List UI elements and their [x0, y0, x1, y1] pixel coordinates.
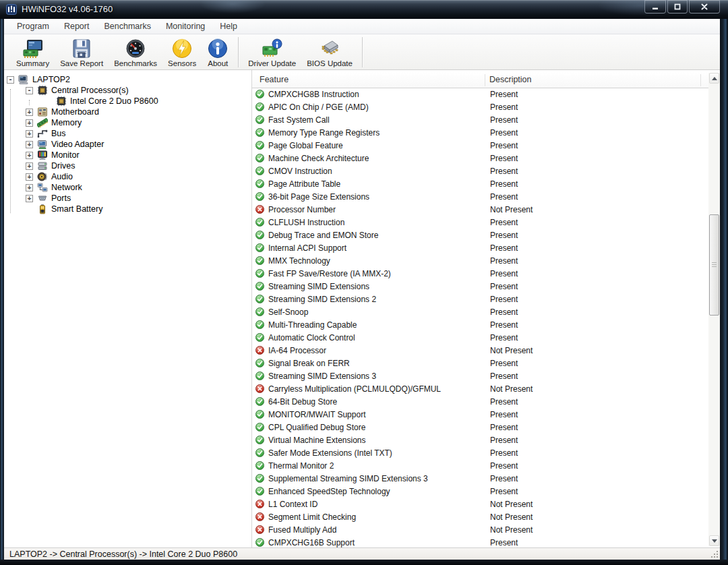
- minimize-button[interactable]: [644, 0, 666, 13]
- tree-item[interactable]: Smart Battery: [4, 204, 251, 214]
- tree-expander-icon[interactable]: [26, 162, 33, 170]
- feature-cell: Page Global Feature: [268, 141, 490, 150]
- table-row[interactable]: Safer Mode Extensions (Intel TXT) Presen…: [252, 446, 708, 459]
- scroll-down-button[interactable]: [709, 535, 719, 546]
- table-row[interactable]: Automatic Clock Control Present: [252, 331, 708, 344]
- description-cell: Not Present: [490, 512, 533, 522]
- tree-expander-icon[interactable]: [7, 76, 14, 84]
- table-row[interactable]: Enhanced SpeedStep Technology Present: [252, 485, 708, 498]
- scrollbar-thumb[interactable]: [709, 214, 719, 316]
- toolbar-button-bios-update[interactable]: BIOS Update: [303, 34, 357, 69]
- table-row[interactable]: CPL Qualified Debug Store Present: [252, 421, 708, 434]
- table-row[interactable]: Fast FP Save/Restore (IA MMX-2) Present: [252, 267, 708, 280]
- table-row[interactable]: Virtual Machine Extensions Present: [252, 434, 708, 446]
- toolbar-button-summary[interactable]: Summary: [12, 34, 53, 69]
- tree-item[interactable]: Monitor: [4, 150, 251, 160]
- table-row[interactable]: APIC On Chip / PGE (AMD) Present: [252, 100, 708, 113]
- table-row[interactable]: IA-64 Processor Not Present: [252, 344, 708, 357]
- toolbar-button-driver-update[interactable]: Driver Update: [244, 34, 300, 69]
- tree-item[interactable]: Motherboard: [4, 107, 251, 117]
- check-icon: [255, 179, 264, 188]
- column-divider[interactable]: [700, 74, 701, 86]
- table-row[interactable]: Processor Number Not Present: [252, 203, 708, 216]
- tree-item-label: Bus: [51, 129, 66, 138]
- tree-item[interactable]: Bus: [4, 128, 251, 139]
- table-row[interactable]: Debug Trace and EMON Store Present: [252, 229, 708, 241]
- tree-item-label: Ports: [51, 194, 71, 203]
- description-cell: Present: [490, 359, 518, 368]
- table-row[interactable]: CMOV Instruction Present: [252, 165, 708, 177]
- table-row[interactable]: Machine Check Architecture Present: [252, 152, 708, 165]
- table-row[interactable]: Memory Type Range Registers Present: [252, 126, 708, 139]
- table-row[interactable]: Page Global Feature Present: [252, 139, 708, 152]
- table-row[interactable]: Signal Break on FERR Present: [252, 357, 708, 369]
- tree-expander-icon[interactable]: [26, 184, 33, 191]
- table-row[interactable]: Fused Multiply Add Not Present: [252, 523, 708, 536]
- tree-item[interactable]: Central Processor(s): [4, 85, 251, 96]
- tree-expander-icon[interactable]: [26, 173, 33, 181]
- close-button[interactable]: [689, 0, 720, 13]
- feature-cell: 64-Bit Debug Store: [268, 397, 490, 407]
- scroll-up-button[interactable]: [709, 73, 719, 84]
- column-divider[interactable]: [485, 74, 485, 86]
- table-row[interactable]: MMX Technology Present: [252, 254, 708, 267]
- table-row[interactable]: Supplemental Streaming SIMD Extensions 3…: [252, 472, 708, 485]
- tree-item[interactable]: Audio: [4, 171, 251, 182]
- tree-expander-icon[interactable]: [26, 109, 33, 116]
- maximize-button[interactable]: [667, 0, 688, 13]
- tree-item[interactable]: Intel Core 2 Duo P8600: [4, 96, 251, 107]
- tree-expander-icon[interactable]: [26, 130, 33, 138]
- table-row[interactable]: Multi-Threading Capable Present: [252, 318, 708, 331]
- video-adapter-icon: [37, 139, 48, 150]
- tree-item[interactable]: Network: [4, 182, 251, 193]
- menu-report[interactable]: Report: [57, 20, 97, 33]
- menu-program[interactable]: Program: [9, 20, 57, 33]
- table-row[interactable]: MONITOR/MWAIT Support Present: [252, 408, 708, 421]
- minimize-icon: [652, 3, 659, 10]
- tree-item[interactable]: Ports: [4, 193, 251, 204]
- tree-expander-icon[interactable]: [26, 195, 33, 202]
- column-header-description[interactable]: Description: [489, 75, 532, 84]
- tree-item[interactable]: Memory: [4, 117, 251, 128]
- table-row[interactable]: Streaming SIMD Extensions Present: [252, 280, 708, 293]
- check-icon: [255, 333, 264, 342]
- arrow-up-icon: [712, 77, 717, 80]
- table-row[interactable]: Internal ACPI Support Present: [252, 241, 708, 254]
- resize-grip-icon[interactable]: [710, 550, 719, 558]
- vertical-scrollbar[interactable]: [708, 73, 720, 546]
- toolbar-button-save-report[interactable]: Save Report: [56, 34, 107, 69]
- tree-item[interactable]: LAPTOP2: [4, 74, 251, 85]
- tree-expander-icon[interactable]: [26, 119, 33, 127]
- table-row[interactable]: 64-Bit Debug Store Present: [252, 395, 708, 408]
- table-row[interactable]: CLFLUSH Instruction Present: [252, 216, 708, 229]
- toolbar-button-about[interactable]: About: [203, 34, 233, 69]
- table-row[interactable]: Self-Snoop Present: [252, 305, 708, 318]
- menu-help[interactable]: Help: [212, 20, 245, 33]
- table-row[interactable]: CMPXCHG8B Instruction Present: [252, 88, 708, 100]
- table-row[interactable]: L1 Context ID Not Present: [252, 498, 708, 510]
- tree-expander-icon[interactable]: [26, 87, 33, 94]
- tree-expander-icon[interactable]: [26, 152, 33, 159]
- table-row[interactable]: Segment Limit Checking Not Present: [252, 510, 708, 523]
- table-row[interactable]: Streaming SIMD Extensions 3 Present: [252, 369, 708, 382]
- table-row[interactable]: Thermal Monitor 2 Present: [252, 459, 708, 472]
- description-cell: Not Present: [490, 525, 533, 535]
- toolbar-button-benchmarks[interactable]: Benchmarks: [110, 34, 161, 69]
- table-row[interactable]: 36-bit Page Size Extensions Present: [252, 190, 708, 203]
- tree-item[interactable]: Video Adapter: [4, 139, 251, 150]
- table-row[interactable]: Page Attribute Table Present: [252, 177, 708, 190]
- table-row[interactable]: Carryless Multiplication (PCLMULQDQ)/GFM…: [252, 382, 708, 395]
- check-icon: [255, 141, 264, 150]
- menu-benchmarks[interactable]: Benchmarks: [96, 20, 158, 33]
- menu-monitoring[interactable]: Monitoring: [158, 20, 212, 33]
- table-row[interactable]: Streaming SIMD Extensions 2 Present: [252, 293, 708, 305]
- toolbar-button-sensors[interactable]: Sensors: [164, 34, 200, 69]
- column-header-feature[interactable]: Feature: [260, 75, 289, 84]
- titlebar[interactable]: HWiNFO32 v4.06-1760: [0, 0, 728, 19]
- drives-icon: [37, 160, 48, 171]
- table-row[interactable]: Fast System Call Present: [252, 113, 708, 126]
- tree-item[interactable]: Drives: [4, 160, 251, 171]
- toolbar-label: Summary: [16, 59, 49, 67]
- table-row[interactable]: CMPXCHG16B Support Present: [252, 536, 708, 547]
- tree-expander-icon[interactable]: [26, 141, 33, 148]
